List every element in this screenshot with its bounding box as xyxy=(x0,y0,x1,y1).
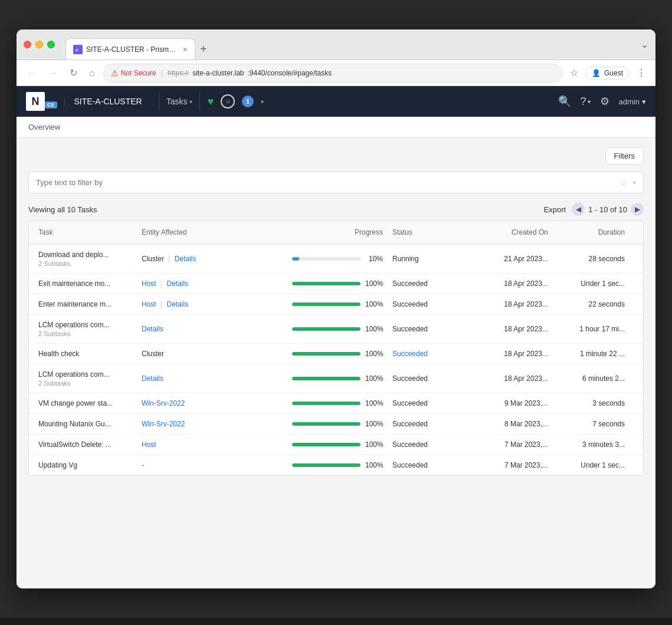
browser-menu-button[interactable]: ⋮ xyxy=(634,65,648,81)
status-text: Running xyxy=(392,255,419,263)
task-name: Exit maintenance mo... xyxy=(38,279,132,288)
prev-page-button[interactable]: ◀ xyxy=(572,203,585,216)
forward-button[interactable]: → xyxy=(45,65,61,81)
duration-cell: 1 hour 17 mi... xyxy=(553,319,630,339)
progress-cell: 100% xyxy=(287,455,388,475)
created-cell: 18 Apr 2023... xyxy=(458,319,553,339)
progress-track xyxy=(292,352,360,356)
progress-cell: 100% xyxy=(287,294,388,314)
table-row: LCM operations com...2 SubtasksDetails 1… xyxy=(29,364,643,393)
tasks-nav-chevron: ▾ xyxy=(189,98,192,105)
task-name: Health check xyxy=(38,350,132,358)
svg-text:P: P xyxy=(76,48,78,52)
help-chevron: ▾ xyxy=(588,98,591,105)
help-button[interactable]: ? ▾ xyxy=(581,96,591,108)
task-name: Download and deplo... xyxy=(38,251,132,259)
table-row: Mounting Nutanix Gu...Win-Srv-2022 100% … xyxy=(29,414,643,435)
entity-cell: Host xyxy=(137,435,287,455)
duration-cell: 22 seconds xyxy=(553,294,630,314)
progress-fill xyxy=(292,463,360,467)
tasks-nav[interactable]: Tasks ▾ xyxy=(166,97,193,106)
maximize-traffic-light[interactable] xyxy=(47,41,55,48)
entity-details-link[interactable]: Details xyxy=(175,255,196,263)
badge-icon[interactable]: 1 xyxy=(242,96,254,107)
admin-chevron: ▾ xyxy=(642,97,646,106)
table-header-row: Viewing all 10 Tasks Export ◀ 1 - 10 of … xyxy=(28,203,644,216)
task-name-cell: LCM operations com...2 Subtasks xyxy=(34,364,137,393)
back-button[interactable]: ← xyxy=(24,65,40,81)
progress-track xyxy=(292,282,360,285)
close-traffic-light[interactable] xyxy=(24,41,31,48)
task-name: Mounting Nutanix Gu... xyxy=(38,420,132,428)
entity-cell: Host | Details xyxy=(137,274,287,294)
tasks-table: Task Entity Affected Progress Status Cre… xyxy=(28,221,644,476)
traffic-lights xyxy=(24,41,55,48)
status-chevron[interactable]: ▾ xyxy=(261,98,264,105)
table-row: Exit maintenance mo...Host | Details 100… xyxy=(29,274,643,294)
url-input[interactable]: ⚠ Not Secure | https:// site-a-cluster.l… xyxy=(103,64,563,83)
cluster-name[interactable]: SITE-A-CLUSTER xyxy=(64,97,152,106)
browser-tabs: P SITE-A-CLUSTER - Prism Elem... × + xyxy=(65,29,636,60)
search-options-chevron[interactable]: ▾ xyxy=(632,179,636,187)
main-area: Filters ☆ ▾ Viewing all 10 Tasks Export … xyxy=(17,138,655,485)
search-actions: ☆ ▾ xyxy=(619,177,636,188)
pagination-label: 1 - 10 of 10 xyxy=(588,205,627,214)
active-tab[interactable]: P SITE-A-CLUSTER - Prism Elem... × xyxy=(65,38,195,60)
table-row: LCM operations com...2 SubtasksDetails 1… xyxy=(29,315,643,344)
status-cell: Succeeded xyxy=(388,294,458,314)
home-button[interactable]: ⌂ xyxy=(86,65,99,81)
progress-fill xyxy=(292,327,360,331)
entity-name-link[interactable]: Host xyxy=(142,300,156,308)
progress-cell: 100% xyxy=(287,414,388,434)
next-page-button[interactable]: ▶ xyxy=(631,203,644,216)
task-name-cell: Exit maintenance mo... xyxy=(34,274,137,294)
task-subtasks: 2 Subtasks xyxy=(38,330,132,337)
minimize-traffic-light[interactable] xyxy=(35,41,43,48)
task-name-cell: VirtualSwitch Delete: ... xyxy=(34,435,137,455)
header-right-actions: 🔍 ? ▾ ⚙ admin ▾ xyxy=(558,95,646,108)
search-button[interactable]: 🔍 xyxy=(558,95,571,108)
admin-menu[interactable]: admin ▾ xyxy=(619,97,646,106)
export-button[interactable]: Export xyxy=(544,205,566,214)
search-input[interactable] xyxy=(36,178,619,187)
table-row: VM change power sta...Win-Srv-2022 100% … xyxy=(29,393,643,414)
refresh-button[interactable]: ↻ xyxy=(66,65,81,81)
created-cell: 18 Apr 2023... xyxy=(458,294,553,314)
address-bar-container: ← → ↻ ⌂ ⚠ Not Secure | https:// site-a-c… xyxy=(17,60,655,86)
profile-button[interactable]: 👤 Guest xyxy=(585,67,630,80)
entity-name-link[interactable]: Win-Srv-2022 xyxy=(142,420,185,428)
entity-details-link[interactable]: Details xyxy=(166,279,188,288)
tabs-expand-button[interactable]: ⌄ xyxy=(641,39,648,50)
bookmark-button[interactable]: ☆ xyxy=(568,65,581,81)
status-cell: Succeeded xyxy=(388,455,458,475)
alerts-icon[interactable]: ○ xyxy=(221,94,235,108)
created-cell: 18 Apr 2023... xyxy=(458,369,553,389)
table-col-headers: Task Entity Affected Progress Status Cre… xyxy=(29,221,643,245)
entity-name-link[interactable]: Host xyxy=(142,440,156,449)
entity-cell: Cluster | Details xyxy=(137,249,287,269)
col-header-task: Task xyxy=(34,221,137,244)
status-cell: Running xyxy=(388,249,458,269)
health-icon[interactable]: ♥ xyxy=(207,96,214,108)
entity-name-link[interactable]: Host xyxy=(142,279,156,288)
address-bar-actions: ☆ 👤 Guest ⋮ xyxy=(568,65,648,81)
entity-details-link[interactable]: Details xyxy=(166,300,188,308)
status-text: Succeeded xyxy=(392,440,428,449)
entity-details-link[interactable]: Details xyxy=(142,374,163,383)
settings-button[interactable]: ⚙ xyxy=(600,95,609,108)
new-tab-button[interactable]: + xyxy=(195,38,212,60)
favorite-icon[interactable]: ☆ xyxy=(619,177,628,188)
status-cell: Succeeded xyxy=(388,393,458,413)
duration-cell: 1 minute 22 ... xyxy=(553,344,630,364)
entity-details-link[interactable]: Details xyxy=(142,325,163,333)
duration-cell: 3 seconds xyxy=(553,393,630,413)
breadcrumb[interactable]: Overview xyxy=(28,123,60,131)
filters-button[interactable]: Filters xyxy=(605,147,644,165)
url-scheme: https:// xyxy=(168,69,189,77)
progress-track xyxy=(292,302,360,306)
status-text[interactable]: Succeeded xyxy=(392,350,428,358)
progress-percent: 100% xyxy=(365,399,383,407)
tab-close-button[interactable]: × xyxy=(183,45,188,54)
entity-name-link[interactable]: Win-Srv-2022 xyxy=(142,399,185,407)
nutanix-logo[interactable]: N CE xyxy=(26,92,57,111)
